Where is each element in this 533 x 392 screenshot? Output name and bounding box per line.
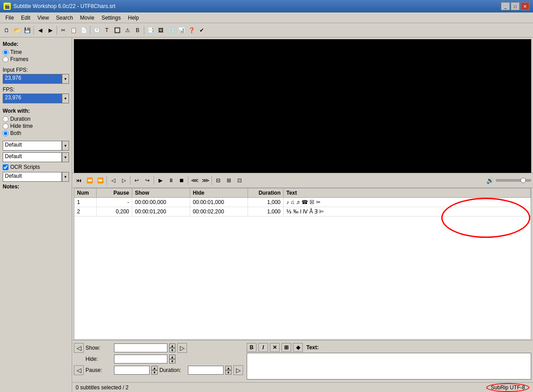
radio-frames-input[interactable]: [3, 57, 8, 62]
toolbar-undo[interactable]: ◀: [35, 25, 45, 35]
default-value-3[interactable]: Default: [3, 172, 62, 182]
ctrl-zoom-in[interactable]: ⊞: [224, 176, 234, 185]
volume-slider[interactable]: [496, 179, 531, 182]
pause-spin-up[interactable]: ▲: [151, 366, 158, 370]
radio-time-input[interactable]: [3, 49, 8, 55]
menu-movie[interactable]: Movie: [77, 14, 98, 22]
duration-spin-up[interactable]: ▲: [225, 366, 232, 370]
toolbar-open[interactable]: 📂: [12, 25, 22, 35]
ctrl-next2[interactable]: ↪: [142, 176, 152, 185]
toolbar-frame[interactable]: 🔲: [112, 25, 122, 35]
toolbar-redo[interactable]: ▶: [45, 25, 55, 35]
default-arrow-3[interactable]: ▼: [62, 172, 69, 182]
toolbar-copy[interactable]: 📋: [69, 25, 78, 35]
radio-hidetime-input[interactable]: [3, 123, 8, 129]
toolbar-img2[interactable]: 🖼: [156, 25, 166, 35]
input-fps-arrow[interactable]: ▼: [62, 74, 69, 84]
window-title: Subtitle Workshop 6.0c/22 - UTF8Chars.sr…: [13, 3, 115, 9]
ctrl-stop[interactable]: ⏹: [177, 176, 187, 185]
ocr-checkbox[interactable]: [3, 164, 8, 170]
text-special-button[interactable]: ◆: [293, 343, 303, 352]
default-value-1[interactable]: Default: [3, 141, 62, 151]
toolbar-warn[interactable]: ⚠: [122, 25, 132, 35]
pause-input[interactable]: [114, 366, 150, 375]
text-toolbar: B I ✕ ⊞ ◆ Text:: [247, 343, 531, 352]
show-input[interactable]: [114, 343, 167, 352]
hide-spin-down[interactable]: ▼: [169, 359, 175, 363]
text-clear-button[interactable]: ✕: [270, 343, 280, 352]
toolbar-bold[interactable]: B: [133, 25, 142, 35]
fps-arrow[interactable]: ▼: [62, 94, 69, 103]
text-italic-button[interactable]: I: [258, 343, 268, 352]
menu-view[interactable]: View: [34, 14, 53, 22]
subtitle-list[interactable]: Num Pause Show Hide Duration Text 1 - 00…: [74, 188, 531, 340]
toolbar-cut[interactable]: ✂: [58, 25, 68, 35]
radio-frames[interactable]: Frames: [3, 56, 69, 62]
menu-file[interactable]: File: [2, 14, 17, 22]
ctrl-pause[interactable]: ⏸: [166, 176, 176, 185]
toolbar-chart[interactable]: 📊: [176, 25, 186, 35]
toolbar-timer[interactable]: 🕐: [92, 25, 102, 35]
hide-input[interactable]: [114, 355, 167, 363]
toolbar-check[interactable]: ✔: [197, 25, 207, 35]
left-panel: Mode: Time Frames Input FPS: 23,976 ▼ FP…: [0, 37, 72, 392]
ctrl-step-fwd[interactable]: ⋙: [200, 176, 210, 185]
close-button[interactable]: ✕: [521, 2, 529, 10]
toolbar-new[interactable]: 🗋: [2, 25, 12, 35]
radio-duration[interactable]: Duration: [3, 116, 69, 122]
menu-edit[interactable]: Edit: [17, 14, 34, 22]
nav-duration[interactable]: ▷: [233, 365, 243, 375]
maximize-button[interactable]: □: [511, 2, 520, 10]
row2-num: 2: [74, 207, 97, 216]
show-spin-down[interactable]: ▼: [169, 348, 175, 352]
ctrl-loop[interactable]: ⊟: [213, 176, 223, 185]
table-row[interactable]: 1 - 00:00:00,000 00:00:01,000 1,000 ♪ ♫ …: [74, 198, 531, 207]
input-fps-value[interactable]: 23,976: [3, 74, 62, 84]
show-spin-up[interactable]: ▲: [169, 343, 175, 348]
nav-prev-show[interactable]: ◁: [74, 343, 84, 353]
ctrl-forward-small[interactable]: ⏩: [95, 176, 105, 185]
radio-both-input[interactable]: [3, 131, 8, 136]
text-textarea[interactable]: [247, 353, 531, 380]
ctrl-step-back[interactable]: ⋘: [190, 176, 199, 185]
hide-spin-up[interactable]: ▲: [169, 355, 175, 359]
ocr-section: OCR Scripts: [3, 164, 69, 170]
ctrl-prev2[interactable]: ↩: [132, 176, 142, 185]
status-bar: 0 subtitles selected / 2 SubRip UTF-8: [72, 382, 533, 392]
toolbar-help[interactable]: ❓: [187, 25, 196, 35]
nav-pause[interactable]: ◁: [74, 365, 84, 375]
default-value-2[interactable]: Default: [3, 152, 62, 162]
toolbar-save[interactable]: 💾: [22, 25, 32, 35]
fps-value[interactable]: 23,976: [3, 94, 62, 103]
radio-time[interactable]: Time: [3, 49, 69, 55]
radio-hidetime[interactable]: Hide time: [3, 123, 69, 129]
volume-icon: 🔊: [486, 177, 494, 184]
toolbar-img1[interactable]: 📑: [146, 25, 155, 35]
menu-search[interactable]: Search: [53, 14, 77, 22]
table-row[interactable]: 2 0,200 00:00:01,200 00:00:02,200 1,000 …: [74, 207, 531, 216]
radio-both[interactable]: Both: [3, 130, 69, 136]
menu-help[interactable]: Help: [124, 14, 142, 22]
pause-spin: ▲ ▼: [151, 366, 158, 375]
ctrl-play[interactable]: ▶: [155, 176, 165, 185]
ctrl-next[interactable]: ▷: [119, 176, 129, 185]
text-bold-button[interactable]: B: [247, 343, 256, 352]
text-box-button[interactable]: ⊞: [281, 343, 291, 352]
pause-spin-down[interactable]: ▼: [151, 370, 158, 375]
minimize-button[interactable]: _: [501, 2, 510, 10]
toolbar-paste[interactable]: 📄: [79, 25, 89, 35]
ctrl-prev[interactable]: ◁: [108, 176, 118, 185]
ctrl-start[interactable]: ⏮: [74, 176, 84, 185]
toolbar-text[interactable]: T: [102, 25, 112, 35]
duration-spin-down[interactable]: ▼: [225, 370, 232, 375]
toolbar-disc[interactable]: 💿: [166, 25, 176, 35]
ctrl-settings[interactable]: ⊡: [235, 176, 244, 185]
radio-duration-input[interactable]: [3, 116, 8, 122]
ctrl-rewind[interactable]: ⏪: [85, 176, 94, 185]
nav-next-show[interactable]: ▷: [177, 343, 187, 353]
duration-input[interactable]: [188, 366, 224, 375]
subtitle-wrapper: Num Pause Show Hide Duration Text 1 - 00…: [74, 188, 531, 340]
default-arrow-2[interactable]: ▼: [62, 152, 69, 162]
default-arrow-1[interactable]: ▼: [62, 141, 69, 151]
menu-settings[interactable]: Settings: [98, 14, 124, 22]
